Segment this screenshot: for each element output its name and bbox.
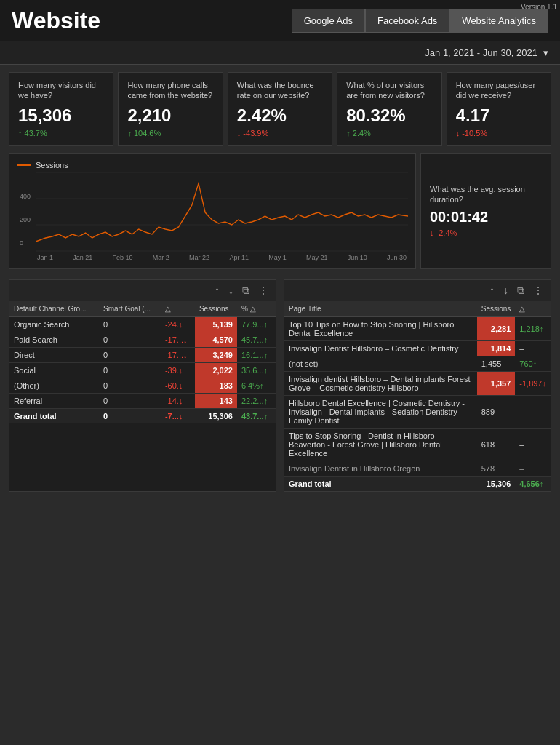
channel-goal: 0 — [99, 362, 161, 378]
channel-goal-delta: -24.↓ — [161, 316, 195, 332]
metric-new-visitors-label: What % of our visitors are from new visi… — [346, 80, 432, 101]
table-row: Invisalign dentist Hillsboro – Dental im… — [284, 371, 551, 395]
channel-sessions: 5,139 — [195, 316, 237, 332]
channel-copy-icon[interactable]: ⧉ — [239, 283, 252, 298]
sessions-chart: Sessions 400 200 0 Jan 1 Jan 21 Feb 10 M… — [9, 153, 416, 269]
date-range-dropdown[interactable]: Jan 1, 2021 - Jun 30, 2021 ▾ — [425, 47, 548, 58]
grand-total-goal: 0 — [99, 408, 161, 423]
session-duration-label: What was the avg. session duration? — [430, 184, 542, 205]
dropdown-arrow-icon: ▾ — [543, 47, 548, 58]
session-duration-card: What was the avg. session duration? 00:0… — [420, 153, 551, 269]
grand-total-sessions: 15,306 — [195, 408, 237, 423]
page-sessions: 618 — [477, 428, 516, 461]
page-delta: – — [515, 428, 551, 461]
channel-goal: 0 — [99, 332, 161, 347]
pages-table-toolbar: ↑ ↓ ⧉ ⋮ — [284, 280, 551, 301]
channel-grand-total-row: Grand total 0 -7...↓ 15,306 43.7...↑ — [9, 408, 276, 423]
channel-sessions: 183 — [195, 378, 237, 393]
col-page-sessions: Sessions — [477, 301, 516, 317]
metric-new-visitors: What % of our visitors are from new visi… — [337, 72, 441, 146]
channel-goal-delta: -17...↓ — [161, 332, 195, 347]
channel-name: (Other) — [9, 378, 99, 393]
page-title: Top 10 Tips on How to Stop Snoring | Hil… — [284, 316, 477, 340]
y-label-200: 200 — [20, 216, 31, 223]
table-row: Hillsboro Dental Excellence | Cosmetic D… — [284, 395, 551, 428]
grand-total-label: Grand total — [9, 408, 99, 423]
channel-goal-delta: -39.↓ — [161, 362, 195, 378]
date-range-label: Jan 1, 2021 - Jun 30, 2021 — [425, 47, 537, 58]
page-title: Invisalign Dentist Hillsboro – Cosmetic … — [284, 340, 477, 356]
channel-pct: 35.6...↑ — [237, 362, 276, 378]
page-sessions: 1,357 — [477, 371, 516, 395]
table-row: Top 10 Tips on How to Stop Snoring | Hil… — [284, 316, 551, 340]
pages-copy-icon[interactable]: ⧉ — [514, 283, 527, 298]
pages-grand-total-label: Grand total — [284, 476, 477, 491]
channel-goal-delta: -17...↓ — [161, 347, 195, 362]
x-label-may1: May 1 — [268, 254, 287, 261]
page-sessions: 889 — [477, 395, 516, 428]
table-row: (Other) 0 -60.↓ 183 6.4%↑ — [9, 378, 276, 393]
table-row: Direct 0 -17...↓ 3,249 16.1...↑ — [9, 347, 276, 362]
pages-table-wrapper: ↑ ↓ ⧉ ⋮ Page Title Sessions △ Top 10 Tip… — [284, 279, 551, 492]
metric-new-visitors-change: ↑ 2.4% — [346, 129, 432, 138]
metric-bounce-value: 2.42% — [237, 105, 323, 126]
channel-sessions: 2,022 — [195, 362, 237, 378]
page-sessions: 1,814 — [477, 340, 516, 356]
page-title: Tips to Stop Snoring - Dentist in Hillsb… — [284, 428, 477, 461]
channel-sort-down-icon[interactable]: ↓ — [225, 283, 236, 298]
google-ads-button[interactable]: Google Ads — [292, 9, 365, 33]
channel-goal: 0 — [99, 378, 161, 393]
channel-goal: 0 — [99, 347, 161, 362]
x-label-jan21: Jan 21 — [73, 254, 92, 261]
table-row: Paid Search 0 -17...↓ 4,570 45.7...↑ — [9, 332, 276, 347]
page-sessions: 1,455 — [477, 356, 516, 371]
metric-pages-value: 4.17 — [456, 105, 542, 126]
channel-goal-delta: -60.↓ — [161, 378, 195, 393]
website-analytics-button[interactable]: Website Analytics — [449, 9, 548, 33]
pages-grand-total-delta: 4,656↑ — [515, 476, 551, 491]
pages-sort-down-icon[interactable]: ↓ — [500, 283, 511, 298]
metric-calls-label: How many phone calls came from the websi… — [127, 80, 213, 101]
legend-line-icon — [17, 164, 31, 166]
y-label-400: 400 — [20, 193, 31, 200]
channel-pct: 6.4%↑ — [237, 378, 276, 393]
pages-grand-total-sessions: 15,306 — [477, 476, 516, 491]
page-title: Invisalign dentist Hillsboro – Dental im… — [284, 371, 477, 395]
metric-calls: How many phone calls came from the websi… — [118, 72, 223, 146]
table-row: Invisalign Dentist Hillsboro – Cosmetic … — [284, 340, 551, 356]
metrics-row: How many visitors did we have? 15,306 ↑ … — [0, 65, 560, 153]
page-delta: 760↑ — [515, 356, 551, 371]
page-title: Website — [12, 7, 100, 34]
page-sessions: 578 — [477, 461, 516, 476]
channel-table-wrapper: ↑ ↓ ⧉ ⋮ Default Channel Gro... Smart Goa… — [9, 279, 276, 492]
channel-sessions: 3,249 — [195, 347, 237, 362]
channel-more-icon[interactable]: ⋮ — [255, 283, 271, 298]
chart-legend: Sessions — [17, 161, 408, 170]
page-delta: 1,218↑ — [515, 316, 551, 340]
channel-table: Default Channel Gro... Smart Goal (... △… — [9, 301, 276, 423]
table-row: Referral 0 -14.↓ 143 22.2...↑ — [9, 393, 276, 408]
metric-calls-change: ↑ 104.6% — [127, 129, 213, 138]
version-label: Version 1.1 — [521, 3, 557, 11]
metric-visitors-change: ↑ 43.7% — [18, 129, 104, 138]
channel-sessions: 4,570 — [195, 332, 237, 347]
pages-more-icon[interactable]: ⋮ — [530, 283, 546, 298]
x-label-mar22: Mar 22 — [189, 254, 209, 261]
channel-goal: 0 — [99, 316, 161, 332]
channel-goal: 0 — [99, 393, 161, 408]
chart-svg — [36, 172, 408, 252]
facebook-ads-button[interactable]: Facebook Ads — [365, 9, 449, 33]
x-axis-labels: Jan 1 Jan 21 Feb 10 Mar 2 Mar 22 Apr 11 … — [36, 254, 408, 261]
page-title: Invisalign Dentist in Hillsboro Oregon — [284, 461, 477, 476]
channel-sessions: 143 — [195, 393, 237, 408]
channel-sort-up-icon[interactable]: ↑ — [212, 283, 223, 298]
pages-sort-up-icon[interactable]: ↑ — [487, 283, 497, 298]
table-row: Tips to Stop Snoring - Dentist in Hillsb… — [284, 428, 551, 461]
x-label-may21: May 21 — [306, 254, 328, 261]
col-pct-delta: % △ — [237, 301, 276, 317]
y-axis-labels: 400 200 0 — [20, 193, 31, 263]
col-channel: Default Channel Gro... — [9, 301, 99, 317]
grand-total-delta: -7...↓ — [161, 408, 195, 423]
metric-calls-value: 2,210 — [127, 105, 213, 126]
table-row: Social 0 -39.↓ 2,022 35.6...↑ — [9, 362, 276, 378]
